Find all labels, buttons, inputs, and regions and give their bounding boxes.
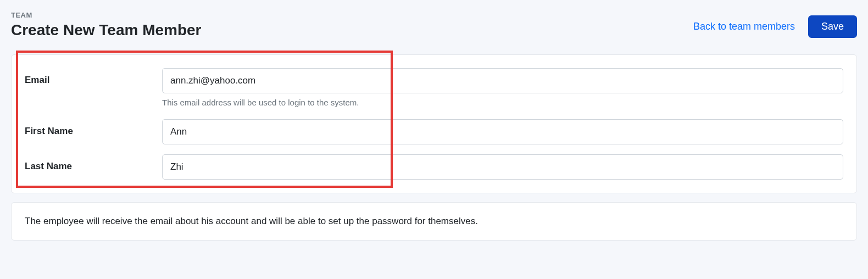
last-name-input-wrap <box>162 154 843 180</box>
email-input-wrap: This email address will be used to login… <box>162 68 843 115</box>
form-row-first-name: First Name <box>25 119 843 144</box>
first-name-label: First Name <box>25 119 162 137</box>
form-row-last-name: Last Name <box>25 154 843 180</box>
info-card: The employee will receive the email abou… <box>11 202 857 241</box>
last-name-input[interactable] <box>162 154 843 180</box>
header-right: Back to team members Save <box>693 11 857 38</box>
first-name-input-wrap <box>162 119 843 144</box>
form-row-email: Email This email address will be used to… <box>25 68 843 115</box>
header-left: TEAM Create New Team Member <box>11 11 202 39</box>
page-header: TEAM Create New Team Member Back to team… <box>11 11 857 39</box>
save-button[interactable]: Save <box>808 15 857 38</box>
first-name-input[interactable] <box>162 119 843 144</box>
last-name-label: Last Name <box>25 154 162 172</box>
email-input[interactable] <box>162 68 843 93</box>
form-card: Email This email address will be used to… <box>11 54 857 193</box>
email-help-text: This email address will be used to login… <box>162 98 843 107</box>
info-text: The employee will receive the email abou… <box>25 216 843 227</box>
breadcrumb: TEAM <box>11 11 202 19</box>
email-label: Email <box>25 68 162 86</box>
back-to-team-link[interactable]: Back to team members <box>693 21 795 32</box>
page-title: Create New Team Member <box>11 21 202 39</box>
